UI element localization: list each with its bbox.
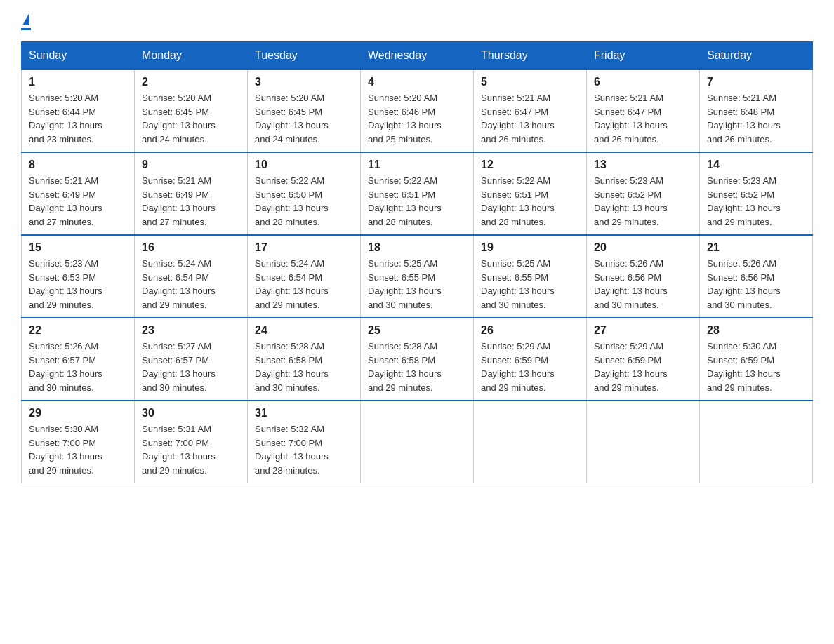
day-number: 15 — [29, 241, 127, 254]
day-number: 11 — [368, 159, 466, 171]
calendar-cell — [700, 401, 813, 483]
header-thursday: Thursday — [474, 42, 587, 70]
day-info: Sunrise: 5:22 AM Sunset: 6:51 PM Dayligh… — [368, 174, 466, 229]
calendar-cell: 7 Sunrise: 5:21 AM Sunset: 6:48 PM Dayli… — [700, 69, 813, 152]
day-number: 22 — [29, 324, 127, 337]
day-info: Sunrise: 5:22 AM Sunset: 6:51 PM Dayligh… — [481, 174, 579, 229]
day-number: 8 — [29, 159, 127, 171]
calendar-cell: 6 Sunrise: 5:21 AM Sunset: 6:47 PM Dayli… — [587, 69, 700, 152]
day-info: Sunrise: 5:26 AM Sunset: 6:56 PM Dayligh… — [594, 257, 692, 311]
day-info: Sunrise: 5:22 AM Sunset: 6:50 PM Dayligh… — [255, 174, 353, 229]
day-info: Sunrise: 5:28 AM Sunset: 6:58 PM Dayligh… — [368, 340, 466, 394]
calendar-cell: 5 Sunrise: 5:21 AM Sunset: 6:47 PM Dayli… — [474, 69, 587, 152]
calendar-cell: 15 Sunrise: 5:23 AM Sunset: 6:53 PM Dayl… — [22, 235, 135, 318]
day-number: 30 — [142, 407, 240, 420]
day-number: 27 — [594, 324, 692, 337]
calendar-cell: 14 Sunrise: 5:23 AM Sunset: 6:52 PM Dayl… — [700, 152, 813, 235]
calendar-cell: 24 Sunrise: 5:28 AM Sunset: 6:58 PM Dayl… — [248, 318, 361, 401]
day-info: Sunrise: 5:25 AM Sunset: 6:55 PM Dayligh… — [481, 257, 579, 311]
day-info: Sunrise: 5:30 AM Sunset: 7:00 PM Dayligh… — [29, 422, 127, 477]
day-number: 19 — [481, 241, 579, 254]
day-number: 25 — [368, 324, 466, 337]
day-number: 23 — [142, 324, 240, 337]
day-info: Sunrise: 5:23 AM Sunset: 6:52 PM Dayligh… — [594, 174, 692, 229]
logo-underline — [21, 28, 31, 30]
day-info: Sunrise: 5:21 AM Sunset: 6:47 PM Dayligh… — [481, 91, 579, 146]
day-info: Sunrise: 5:28 AM Sunset: 6:58 PM Dayligh… — [255, 340, 353, 394]
calendar-cell: 13 Sunrise: 5:23 AM Sunset: 6:52 PM Dayl… — [587, 152, 700, 235]
header-wednesday: Wednesday — [361, 42, 474, 70]
calendar-week-2: 8 Sunrise: 5:21 AM Sunset: 6:49 PM Dayli… — [22, 152, 813, 235]
day-info: Sunrise: 5:20 AM Sunset: 6:44 PM Dayligh… — [29, 91, 127, 146]
day-info: Sunrise: 5:27 AM Sunset: 6:57 PM Dayligh… — [142, 340, 240, 394]
calendar-cell: 20 Sunrise: 5:26 AM Sunset: 6:56 PM Dayl… — [587, 235, 700, 318]
calendar-cell: 16 Sunrise: 5:24 AM Sunset: 6:54 PM Dayl… — [135, 235, 248, 318]
header-monday: Monday — [135, 42, 248, 70]
day-number: 17 — [255, 241, 353, 254]
calendar-cell: 18 Sunrise: 5:25 AM Sunset: 6:55 PM Dayl… — [361, 235, 474, 318]
day-number: 20 — [594, 241, 692, 254]
day-info: Sunrise: 5:20 AM Sunset: 6:46 PM Dayligh… — [368, 91, 466, 146]
calendar-cell: 28 Sunrise: 5:30 AM Sunset: 6:59 PM Dayl… — [700, 318, 813, 401]
calendar-cell: 29 Sunrise: 5:30 AM Sunset: 7:00 PM Dayl… — [22, 401, 135, 483]
calendar-week-5: 29 Sunrise: 5:30 AM Sunset: 7:00 PM Dayl… — [22, 401, 813, 483]
day-info: Sunrise: 5:23 AM Sunset: 6:52 PM Dayligh… — [707, 174, 805, 229]
day-number: 2 — [142, 76, 240, 88]
day-info: Sunrise: 5:21 AM Sunset: 6:49 PM Dayligh… — [142, 174, 240, 229]
day-number: 5 — [481, 76, 579, 88]
day-info: Sunrise: 5:29 AM Sunset: 6:59 PM Dayligh… — [594, 340, 692, 394]
calendar-cell: 22 Sunrise: 5:26 AM Sunset: 6:57 PM Dayl… — [22, 318, 135, 401]
day-number: 31 — [255, 407, 353, 420]
header-saturday: Saturday — [700, 42, 813, 70]
header-tuesday: Tuesday — [248, 42, 361, 70]
calendar-cell: 3 Sunrise: 5:20 AM Sunset: 6:45 PM Dayli… — [248, 69, 361, 152]
day-number: 9 — [142, 159, 240, 171]
logo-text — [21, 14, 31, 27]
day-info: Sunrise: 5:21 AM Sunset: 6:49 PM Dayligh… — [29, 174, 127, 229]
calendar-table: SundayMondayTuesdayWednesdayThursdayFrid… — [21, 41, 813, 483]
calendar-cell: 25 Sunrise: 5:28 AM Sunset: 6:58 PM Dayl… — [361, 318, 474, 401]
calendar-week-3: 15 Sunrise: 5:23 AM Sunset: 6:53 PM Dayl… — [22, 235, 813, 318]
calendar-cell: 27 Sunrise: 5:29 AM Sunset: 6:59 PM Dayl… — [587, 318, 700, 401]
day-info: Sunrise: 5:32 AM Sunset: 7:00 PM Dayligh… — [255, 422, 353, 477]
header-sunday: Sunday — [22, 42, 135, 70]
calendar-cell: 19 Sunrise: 5:25 AM Sunset: 6:55 PM Dayl… — [474, 235, 587, 318]
day-number: 26 — [481, 324, 579, 337]
day-info: Sunrise: 5:23 AM Sunset: 6:53 PM Dayligh… — [29, 257, 127, 311]
calendar-cell: 8 Sunrise: 5:21 AM Sunset: 6:49 PM Dayli… — [22, 152, 135, 235]
calendar-cell: 1 Sunrise: 5:20 AM Sunset: 6:44 PM Dayli… — [22, 69, 135, 152]
day-info: Sunrise: 5:21 AM Sunset: 6:47 PM Dayligh… — [594, 91, 692, 146]
calendar-cell: 10 Sunrise: 5:22 AM Sunset: 6:50 PM Dayl… — [248, 152, 361, 235]
calendar-cell: 23 Sunrise: 5:27 AM Sunset: 6:57 PM Dayl… — [135, 318, 248, 401]
day-number: 14 — [707, 159, 805, 171]
day-number: 13 — [594, 159, 692, 171]
day-info: Sunrise: 5:24 AM Sunset: 6:54 PM Dayligh… — [255, 257, 353, 311]
day-number: 6 — [594, 76, 692, 88]
day-number: 3 — [255, 76, 353, 88]
page-header — [21, 14, 813, 30]
day-number: 28 — [707, 324, 805, 337]
day-info: Sunrise: 5:29 AM Sunset: 6:59 PM Dayligh… — [481, 340, 579, 394]
logo-triangle-icon — [22, 13, 29, 25]
calendar-cell: 26 Sunrise: 5:29 AM Sunset: 6:59 PM Dayl… — [474, 318, 587, 401]
day-number: 29 — [29, 407, 127, 420]
calendar-cell — [361, 401, 474, 483]
calendar-cell: 4 Sunrise: 5:20 AM Sunset: 6:46 PM Dayli… — [361, 69, 474, 152]
calendar-header-row: SundayMondayTuesdayWednesdayThursdayFrid… — [22, 42, 813, 70]
day-info: Sunrise: 5:30 AM Sunset: 6:59 PM Dayligh… — [707, 340, 805, 394]
day-info: Sunrise: 5:25 AM Sunset: 6:55 PM Dayligh… — [368, 257, 466, 311]
day-number: 16 — [142, 241, 240, 254]
calendar-cell — [474, 401, 587, 483]
day-info: Sunrise: 5:31 AM Sunset: 7:00 PM Dayligh… — [142, 422, 240, 477]
calendar-week-4: 22 Sunrise: 5:26 AM Sunset: 6:57 PM Dayl… — [22, 318, 813, 401]
day-number: 24 — [255, 324, 353, 337]
day-info: Sunrise: 5:20 AM Sunset: 6:45 PM Dayligh… — [255, 91, 353, 146]
calendar-cell: 31 Sunrise: 5:32 AM Sunset: 7:00 PM Dayl… — [248, 401, 361, 483]
day-number: 18 — [368, 241, 466, 254]
calendar-cell: 12 Sunrise: 5:22 AM Sunset: 6:51 PM Dayl… — [474, 152, 587, 235]
calendar-cell: 9 Sunrise: 5:21 AM Sunset: 6:49 PM Dayli… — [135, 152, 248, 235]
day-number: 4 — [368, 76, 466, 88]
day-number: 10 — [255, 159, 353, 171]
calendar-cell: 30 Sunrise: 5:31 AM Sunset: 7:00 PM Dayl… — [135, 401, 248, 483]
day-number: 12 — [481, 159, 579, 171]
